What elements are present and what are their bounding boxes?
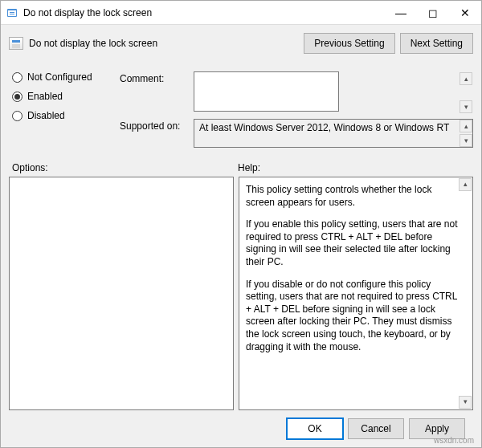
dialog-window: Do not display the lock screen — ◻ ✕ Do … [0,0,482,448]
apply-button[interactable]: Apply [409,418,465,439]
policy-title: Do not display the lock screen [29,38,304,49]
options-panel [9,177,234,410]
panels-row: This policy setting controls whether the… [9,177,473,410]
policy-icon [9,37,23,50]
next-setting-button[interactable]: Next Setting [400,33,473,54]
ok-button[interactable]: OK [287,418,343,439]
scroll-up-icon[interactable]: ▴ [460,120,472,132]
scroll-up-icon[interactable]: ▴ [459,178,472,191]
comment-label: Comment: [120,71,194,84]
scroll-down-icon[interactable]: ▾ [460,134,472,147]
help-paragraph: If you enable this policy setting, users… [246,218,458,268]
radio-group: Not Configured Enabled Disabled [9,71,113,153]
previous-setting-button[interactable]: Previous Setting [304,33,394,54]
window-title: Do not display the lock screen [23,7,385,18]
content-area: Do not display the lock screen Previous … [1,25,481,447]
comment-textarea[interactable] [194,71,339,112]
supported-on-value: At least Windows Server 2012, Windows 8 … [194,119,473,148]
fields-column: Comment: ▴ ▾ Supported on: At least Wind… [120,71,473,153]
svg-rect-1 [8,10,16,16]
supported-on-label: Supported on: [120,119,194,132]
radio-icon [12,92,22,102]
cancel-button[interactable]: Cancel [348,418,404,439]
minimize-button[interactable]: — [385,1,417,25]
svg-rect-3 [10,14,14,14]
radio-not-configured[interactable]: Not Configured [12,71,113,83]
radio-enabled[interactable]: Enabled [12,91,113,102]
footer-buttons: OK Cancel Apply [9,410,473,447]
scroll-down-icon[interactable]: ▾ [460,100,472,113]
help-paragraph: This policy setting controls whether the… [246,184,458,209]
scroll-down-icon[interactable]: ▾ [459,396,472,409]
titlebar: Do not display the lock screen — ◻ ✕ [1,1,481,25]
help-paragraph: If you disable or do not configure this … [246,279,458,354]
maximize-button[interactable]: ◻ [417,1,449,25]
svg-rect-2 [10,12,14,13]
app-icon [6,6,18,19]
help-panel: This policy setting controls whether the… [239,177,473,410]
settings-row: Not Configured Enabled Disabled Comment:… [9,71,473,153]
radio-icon [12,111,22,121]
radio-icon [12,72,22,83]
help-label: Help: [238,162,473,173]
radio-disabled[interactable]: Disabled [12,110,113,121]
radio-label: Enabled [27,91,63,102]
radio-label: Disabled [27,110,65,121]
scroll-up-icon[interactable]: ▴ [460,72,472,85]
close-button[interactable]: ✕ [449,1,481,25]
radio-label: Not Configured [27,71,92,83]
options-label: Options: [9,162,238,173]
header-row: Do not display the lock screen Previous … [9,33,473,54]
section-labels: Options: Help: [9,162,473,173]
